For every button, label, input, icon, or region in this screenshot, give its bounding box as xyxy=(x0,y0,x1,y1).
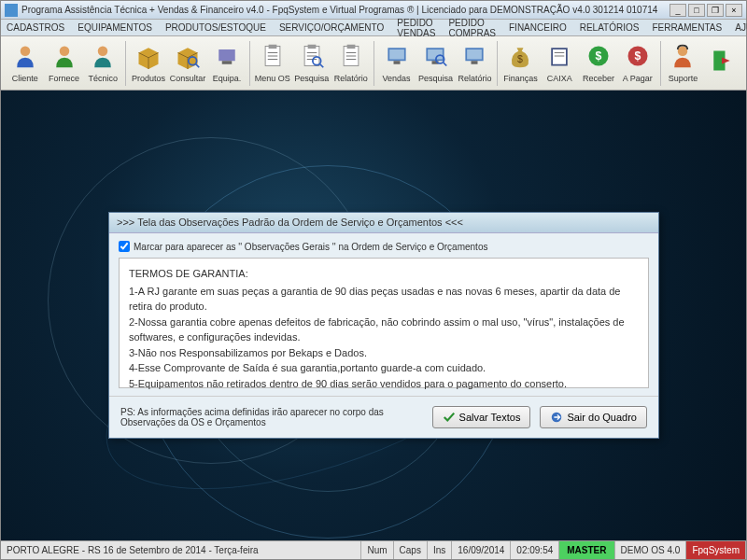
svg-point-2 xyxy=(98,47,108,57)
toolbar-label: Suporte xyxy=(669,74,698,83)
box-icon xyxy=(135,43,162,73)
toolbar-label: Finanças xyxy=(503,74,538,83)
toolbar-label: Receber xyxy=(583,74,614,83)
footer-note: PS: As informações acima definidas irão … xyxy=(120,407,423,427)
statusbar: PORTO ALEGRE - RS 16 de Setembro de 2014… xyxy=(1,540,746,559)
menu-item-cadastros[interactable]: CADASTROS xyxy=(5,21,66,34)
observations-dialog: >>> Tela das Observações Padrão da Ordem… xyxy=(108,212,659,439)
toolbar-tcnico-button[interactable]: Técnico xyxy=(84,41,121,85)
button-label: Sair do Quadro xyxy=(567,412,637,423)
toolbar-finanas-button[interactable]: $Finanças xyxy=(501,41,539,85)
toolbar-separator xyxy=(249,41,250,86)
toolbar-relatrio-button[interactable]: Relatório xyxy=(332,41,370,85)
minimize-button[interactable]: _ xyxy=(669,4,686,17)
toolbar-vendas-button[interactable]: Vendas xyxy=(378,41,416,85)
toolbar-fornece-button[interactable]: Fornece xyxy=(46,41,83,85)
toolbar-label: Pesquisa xyxy=(294,74,329,83)
toolbar-label: Pesquisa xyxy=(418,74,453,83)
terms-line: 5-Equipamentos não retirados dentro de 9… xyxy=(129,376,639,392)
svg-text:$: $ xyxy=(596,49,602,63)
menu-item-financeiro[interactable]: FINANCEIRO xyxy=(507,21,569,34)
close-button[interactable]: × xyxy=(726,4,742,17)
toolbar-cliente-button[interactable]: Cliente xyxy=(7,41,44,85)
menu-item-serviooramento[interactable]: SERVIÇO/ORÇAMENTO xyxy=(277,21,386,34)
monitor-report-icon xyxy=(461,43,487,73)
menu-item-pedidocompras[interactable]: PEDIDO COMPRAS xyxy=(446,17,498,39)
clipboard-search-icon xyxy=(299,43,325,73)
dialog-title: >>> Tela das Observações Padrão da Ordem… xyxy=(109,213,658,233)
app-icon xyxy=(5,4,18,17)
toolbar-suporte-button[interactable]: Suporte xyxy=(665,41,702,85)
menu-item-produtosestoque[interactable]: PRODUTOS/ESTOQUE xyxy=(163,21,268,34)
menu-item-ferramentas[interactable]: FERRAMENTAS xyxy=(650,21,724,34)
terms-line: 4-Esse Comprovante de Saída é sua garant… xyxy=(129,360,639,376)
svg-point-1 xyxy=(59,47,69,57)
toolbar-exit-button[interactable] xyxy=(703,46,740,80)
clipboard-report-icon xyxy=(338,43,364,73)
check-icon xyxy=(443,411,456,424)
svg-rect-34 xyxy=(472,61,478,64)
svg-rect-20 xyxy=(346,45,355,49)
svg-point-44 xyxy=(678,47,688,57)
svg-rect-6 xyxy=(222,61,233,64)
status-time: 02:09:54 xyxy=(511,541,559,559)
toolbar-apagar-button[interactable]: $A Pagar xyxy=(619,41,656,85)
svg-line-31 xyxy=(444,63,447,66)
toolbar-produtos-button[interactable]: Produtos xyxy=(130,41,167,85)
toolbar-consultar-button[interactable]: Consultar xyxy=(169,41,206,85)
svg-rect-37 xyxy=(553,49,566,64)
toolbar-pesquisa-button[interactable]: Pesquisa xyxy=(293,41,331,85)
menu-item-relatrios[interactable]: RELATÓRIOS xyxy=(578,21,641,34)
exit-panel-button[interactable]: Sair do Quadro xyxy=(540,406,647,428)
svg-point-0 xyxy=(21,47,31,57)
show-observations-checkbox[interactable]: Marcar para aparecer as '' Observações G… xyxy=(119,241,649,252)
titlebar: Programa Assistência Técnica + Vendas & … xyxy=(1,1,746,20)
menu-item-equipamentos[interactable]: EQUIPAMENTOS xyxy=(76,21,154,34)
menu-item-pedidovendas[interactable]: PEDIDO VENDAS xyxy=(395,17,437,39)
menu-item-ajuda[interactable]: AJUDA xyxy=(733,21,747,34)
toolbar-label: Cliente xyxy=(12,74,38,83)
person-green-icon xyxy=(51,43,78,73)
maximize-button[interactable]: □ xyxy=(688,4,705,17)
coin-green-icon: $ xyxy=(585,43,612,73)
svg-rect-5 xyxy=(218,49,235,61)
monitor-icon xyxy=(384,43,410,73)
restore-button[interactable]: ❐ xyxy=(707,4,724,17)
arrow-right-icon xyxy=(550,411,563,424)
window-title: Programa Assistência Técnica + Vendas & … xyxy=(21,5,669,15)
window-buttons: _ □ ❐ × xyxy=(669,4,742,17)
toolbar-receber-button[interactable]: $Receber xyxy=(580,41,617,85)
checkbox-input[interactable] xyxy=(119,241,130,252)
svg-rect-26 xyxy=(393,61,400,64)
toolbar-menuos-button[interactable]: Menu OS xyxy=(254,41,291,85)
terms-textarea[interactable]: TERMOS DE GARANTIA: 1-A RJ garante em su… xyxy=(119,258,649,388)
toolbar-separator xyxy=(660,41,661,86)
exit-icon xyxy=(709,48,735,77)
status-location: PORTO ALEGRE - RS 16 de Setembro de 2014… xyxy=(1,541,361,559)
equipment-icon xyxy=(214,43,240,73)
svg-text:$: $ xyxy=(634,49,641,63)
checkbox-label: Marcar para aparecer as '' Observações G… xyxy=(134,242,487,252)
toolbar-equipa-button[interactable]: Equipa. xyxy=(208,41,246,85)
toolbar-pesquisa-button[interactable]: Pesquisa xyxy=(416,41,454,85)
terms-line: 3-Não nos Responsabilizamos por Bekaps e… xyxy=(129,345,639,361)
terms-line: 2-Nossa garantia cobre apenas defeitos d… xyxy=(129,315,639,345)
support-icon xyxy=(669,43,696,73)
coin-red-icon: $ xyxy=(625,43,651,73)
toolbar-label: Relatório xyxy=(334,74,368,83)
svg-line-4 xyxy=(196,64,200,68)
svg-text:$: $ xyxy=(518,53,524,64)
toolbar-caixa-button[interactable]: CAIXA xyxy=(541,41,578,85)
status-brand: FpqSystem xyxy=(686,541,746,559)
person-teal-icon xyxy=(90,43,116,73)
toolbar-label: Relatório xyxy=(458,74,491,83)
save-texts-button[interactable]: Salvar Textos xyxy=(432,406,531,428)
toolbar-label: Técnico xyxy=(89,74,119,83)
money-bag-icon: $ xyxy=(507,43,533,73)
svg-rect-25 xyxy=(389,49,404,60)
toolbar-relatrio-button[interactable]: Relatório xyxy=(456,41,493,85)
dialog-footer: PS: As informações acima definidas irão … xyxy=(109,396,658,438)
svg-rect-13 xyxy=(307,45,316,49)
toolbar-label: Produtos xyxy=(132,74,165,83)
status-demo: DEMO OS 4.0 xyxy=(615,541,687,559)
